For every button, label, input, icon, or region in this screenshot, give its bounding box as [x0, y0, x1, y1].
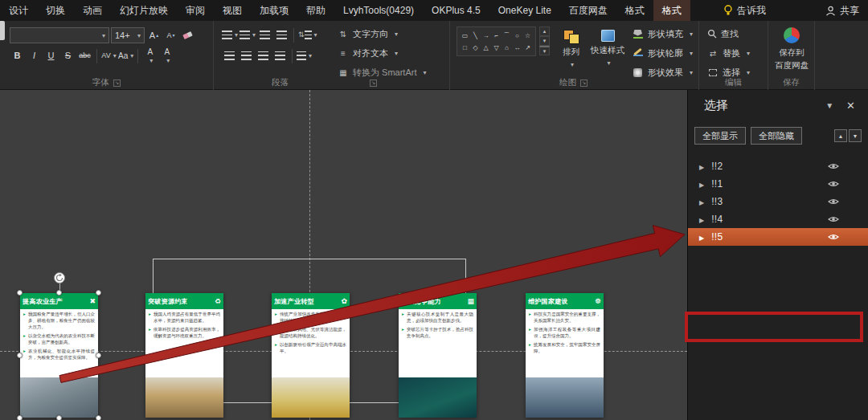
gallery-scroll-down-button[interactable]: ▼ — [539, 36, 550, 46]
bring-forward-button[interactable]: ▲ — [834, 129, 847, 142]
menu-tab-format-active[interactable]: 格式 — [653, 0, 690, 21]
decrease-indent-button[interactable] — [257, 27, 272, 43]
menu-tab-onekeylite[interactable]: OneKey Lite — [489, 0, 560, 21]
align-text-button[interactable]: ≡对齐文本 — [334, 45, 401, 61]
slide-canvas[interactable]: 提高农业生产 ✖ 我国粮食产量连年增长，但人口众多、耕地有限，粮食生产仍面临较大… — [0, 90, 687, 420]
visibility-eye-icon[interactable] — [828, 180, 839, 188]
font-color-button[interactable]: A — [159, 48, 174, 63]
expand-icon[interactable] — [699, 214, 704, 225]
decrease-font-button[interactable]: A▾ — [163, 28, 178, 43]
slide-card-3[interactable]: 加速产业转型 ✿ 传统产业加快改造升级，新旧动能接续转换。 大力发展风电、光伏等… — [272, 293, 350, 418]
shape-icon[interactable]: ↔ — [513, 42, 522, 53]
font-dialog-launcher[interactable]: ↘ — [113, 80, 121, 87]
menu-tab-design[interactable]: 设计 — [0, 0, 37, 21]
shape-icon[interactable]: ⌒ — [502, 30, 511, 41]
shape-icon[interactable]: □ — [461, 42, 469, 53]
expand-icon[interactable] — [699, 161, 704, 172]
menu-tab-help[interactable]: 帮助 — [297, 0, 334, 21]
shape-icon[interactable]: ⌂ — [502, 42, 511, 53]
shape-icon[interactable]: △ — [481, 42, 490, 53]
increase-indent-button[interactable] — [274, 27, 289, 43]
change-case-button[interactable]: Aa — [118, 48, 133, 63]
align-right-button[interactable] — [256, 48, 271, 63]
send-backward-button[interactable]: ▼ — [849, 129, 862, 142]
slide-card-4[interactable]: 增强竞争能力 ▦ 关键核心技术受制于人是最大隐患，必须加快自主创新步伐。 突破芯… — [399, 293, 477, 418]
tell-me-button[interactable]: 告诉我 — [714, 0, 775, 21]
expand-icon[interactable] — [699, 231, 704, 243]
bullets-button[interactable] — [222, 27, 238, 43]
visibility-eye-icon[interactable] — [828, 215, 839, 223]
menu-tab-animations[interactable]: 动画 — [74, 0, 111, 21]
menu-tab-lvyhtools[interactable]: LvyhTools(0429) — [334, 0, 423, 21]
shape-icon[interactable]: → — [481, 30, 490, 41]
line-spacing-button[interactable]: ⇅ — [298, 27, 317, 43]
character-spacing-button[interactable]: AV — [101, 48, 117, 63]
justify-button[interactable] — [272, 48, 288, 63]
arrange-button[interactable]: 排列 — [563, 30, 579, 68]
align-left-button[interactable] — [222, 48, 237, 63]
find-button[interactable]: 查找 — [704, 26, 742, 42]
increase-font-button[interactable]: A▴ — [146, 28, 162, 43]
subscript-abc-button[interactable]: abc — [77, 48, 92, 63]
expand-icon[interactable] — [699, 196, 704, 207]
selection-handle[interactable] — [96, 353, 101, 358]
slide-card-1[interactable]: 提高农业生产 ✖ 我国粮食产量连年增长，但人口众多、耕地有限，粮食生产仍面临较大… — [20, 293, 98, 418]
menu-tab-transitions[interactable]: 切换 — [37, 0, 74, 21]
slide-card-2[interactable]: 突破资源约束 ♻ 我国人均资源占有量低于世界平均水平，资源约束日益趋紧。 依靠科… — [145, 293, 223, 418]
shape-icon[interactable]: ○ — [513, 30, 522, 41]
quick-styles-button[interactable]: 快速样式 — [591, 30, 624, 67]
paragraph-dialog-launcher[interactable]: ↘ — [370, 80, 377, 87]
shape-outline-button[interactable]: 形状轮廓 — [628, 45, 696, 61]
menu-tab-review[interactable]: 审阅 — [177, 0, 214, 21]
text-direction-button[interactable]: ⇅文字方向 — [334, 26, 401, 42]
italic-button[interactable]: I — [27, 48, 42, 63]
shape-icon[interactable]: ◇ — [471, 42, 480, 53]
columns-button[interactable] — [297, 48, 312, 63]
align-center-button[interactable] — [239, 48, 254, 63]
menu-tab-baidu-netdisk[interactable]: 百度网盘 — [560, 0, 616, 21]
visibility-eye-icon[interactable] — [828, 233, 839, 241]
save-to-baidu-netdisk-button[interactable]: 保存到 百度网盘 — [775, 27, 809, 71]
slide-card-5[interactable]: 维护国家建设 ☸ 科技实力是国家安全的重要支撑，关系国家长治久安。 加强海洋工程… — [526, 293, 604, 418]
menu-tab-slideshow[interactable]: 幻灯片放映 — [111, 0, 177, 21]
menu-tab-format-drawing[interactable]: 格式 — [616, 0, 653, 21]
selection-handle[interactable] — [56, 290, 62, 296]
shape-icon[interactable]: ☆ — [523, 30, 532, 41]
selection-item-5-selected[interactable]: !!5 — [688, 228, 868, 246]
numbering-button[interactable] — [240, 27, 256, 43]
shape-icon[interactable]: ╲ — [471, 30, 480, 41]
font-size-combo[interactable]: 14+ — [111, 27, 145, 43]
shape-icon[interactable]: ⌐ — [492, 30, 501, 41]
shape-icon[interactable]: ▭ — [461, 30, 469, 41]
close-pane-button[interactable]: ✕ — [841, 100, 860, 112]
selection-item-3[interactable]: !!3 — [688, 193, 868, 210]
menu-tab-view[interactable]: 视图 — [214, 0, 251, 21]
rotation-handle[interactable] — [54, 272, 65, 283]
visibility-eye-icon[interactable] — [828, 162, 839, 170]
bold-button[interactable]: B — [10, 48, 25, 63]
shape-icon[interactable]: ↗ — [523, 42, 532, 53]
expand-icon[interactable] — [699, 178, 704, 190]
selection-handle[interactable] — [96, 290, 101, 296]
visibility-eye-icon[interactable] — [828, 198, 839, 206]
gallery-more-button[interactable]: ▼ — [539, 46, 550, 55]
selection-handle[interactable] — [96, 415, 101, 420]
replace-button[interactable]: ⇄替换 — [704, 45, 753, 61]
font-name-combo[interactable] — [10, 27, 109, 43]
shapes-gallery[interactable]: ▭ ╲ → ⌐ ⌒ ○ ☆ □ ◇ △ ▽ ⌂ ↔ ↗ — [457, 27, 536, 56]
shape-icon[interactable]: ▽ — [492, 42, 501, 53]
share-button[interactable]: 共享 — [817, 0, 868, 21]
selection-handle[interactable] — [56, 415, 62, 420]
pane-menu-caret[interactable]: ▼ — [817, 101, 841, 110]
selection-item-1[interactable]: !!1 — [688, 175, 868, 193]
selection-item-4[interactable]: !!4 — [688, 210, 868, 228]
menu-tab-addins[interactable]: 加载项 — [251, 0, 297, 21]
clear-formatting-button[interactable] — [180, 28, 195, 43]
selection-handle[interactable] — [17, 290, 23, 296]
underline-button[interactable]: U — [43, 48, 59, 63]
selection-handle[interactable] — [17, 353, 23, 358]
selection-handle[interactable] — [17, 415, 23, 420]
text-highlight-color-button[interactable]: A — [142, 48, 158, 63]
show-all-button[interactable]: 全部显示 — [694, 127, 746, 145]
strikethrough-button[interactable]: S — [60, 48, 76, 63]
